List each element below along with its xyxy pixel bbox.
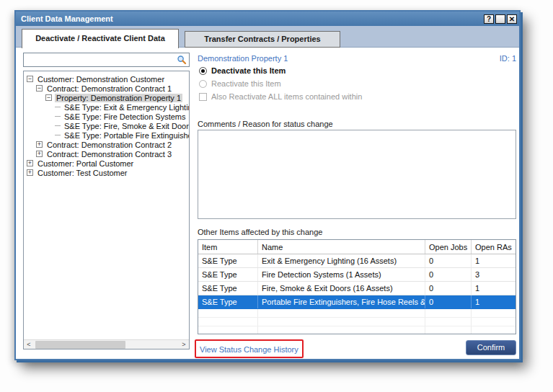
- expand-icon[interactable]: +: [36, 151, 43, 157]
- tree-item[interactable]: +Contract: Demonstration Contract 3: [24, 149, 189, 159]
- tree-item-label: Contract: Demonstration Contract 3: [45, 150, 173, 159]
- help-button[interactable]: ?: [484, 14, 494, 24]
- tree-item-label: Contract: Demonstration Contract 1: [45, 84, 173, 93]
- table-empty-cell: [425, 318, 471, 326]
- column-header[interactable]: Name: [257, 240, 425, 254]
- tree-search-box: [23, 53, 190, 67]
- table-header-row: ItemNameOpen JobsOpen RAs: [198, 240, 516, 254]
- tree-item-label: S&E Type: Fire Detection Systems: [63, 112, 187, 121]
- tree-item[interactable]: +Customer: Test Customer: [24, 168, 189, 177]
- client-data-management-dialog: Client Data Management ? ✕ Deactivate / …: [14, 10, 521, 360]
- table-empty-row: [198, 309, 516, 318]
- deactivate-radio[interactable]: [199, 67, 207, 75]
- collapse-icon[interactable]: −: [27, 76, 33, 82]
- tree-item[interactable]: −Customer: Demonstration Customer: [24, 74, 189, 84]
- tree-leaf-connector: [55, 125, 61, 126]
- scroll-thumb[interactable]: [35, 341, 125, 349]
- table-cell: 3: [471, 268, 516, 281]
- search-icon[interactable]: [177, 55, 187, 65]
- comments-textarea[interactable]: [198, 130, 516, 219]
- tree-item-label: Contract: Demonstration Contract 2: [45, 141, 173, 149]
- dialog-content: −Customer: Demonstration Customer−Contra…: [16, 48, 519, 359]
- table-empty-row: [198, 318, 516, 326]
- table-empty-row: [198, 326, 516, 334]
- table-empty-cell: [471, 318, 516, 326]
- reactivate-all-checkbox[interactable]: [199, 93, 207, 101]
- other-items-label: Other Items affected by this change: [198, 228, 322, 236]
- column-header[interactable]: Open RAs: [471, 240, 516, 254]
- tree-item-label: S&E Type: Fire, Smoke & Exit Doors: [63, 122, 189, 130]
- table-cell: Portable Fire Extinguishers, Fire Hose R…: [257, 295, 425, 308]
- reactivate-all-checkbox-label: Also Reactivate ALL items contained with…: [211, 92, 362, 101]
- expand-icon[interactable]: +: [27, 169, 33, 176]
- table-row[interactable]: S&E TypePortable Fire Extinguishers, Fir…: [198, 295, 516, 309]
- tree-item[interactable]: −Contract: Demonstration Contract 1: [24, 84, 189, 93]
- table-cell: S&E Type: [198, 295, 257, 308]
- scroll-track[interactable]: [34, 340, 179, 349]
- collapse-icon[interactable]: −: [36, 85, 43, 92]
- tree-item[interactable]: S&E Type: Fire Detection Systems: [24, 112, 189, 121]
- table-cell: Fire, Smoke & Exit Doors (16 Assets): [257, 282, 425, 295]
- table-empty-cell: [425, 326, 471, 334]
- tree-item-label: S&E Type: Portable Fire Extinguishers: [63, 131, 189, 140]
- tree-item[interactable]: −Property: Demonstration Property 1: [24, 93, 189, 102]
- deactivate-radio-label: Deactivate this Item: [211, 66, 286, 75]
- view-status-change-history-link[interactable]: View Status Change History: [200, 345, 298, 354]
- table-empty-cell: [471, 326, 516, 334]
- table-empty-cell: [471, 309, 516, 317]
- tree-item-label: Customer: Test Customer: [36, 169, 129, 177]
- reactivate-radio-row[interactable]: Reactivate this Item: [199, 79, 281, 89]
- expand-icon[interactable]: +: [36, 141, 43, 148]
- tree-item-label: Property: Demonstration Property 1: [55, 94, 182, 102]
- tree-horizontal-scrollbar[interactable]: < >: [24, 339, 189, 349]
- title-bar: Client Data Management ? ✕: [16, 12, 519, 26]
- confirm-button[interactable]: Confirm: [466, 340, 516, 355]
- reactivate-all-checkbox-row[interactable]: Also Reactivate ALL items contained with…: [199, 92, 362, 102]
- table-cell: S&E Type: [198, 268, 257, 281]
- maximize-button[interactable]: [495, 14, 505, 24]
- table-empty-cell: [425, 309, 471, 317]
- table-empty-cell: [198, 318, 257, 326]
- table-cell: 0: [425, 295, 471, 308]
- tree-item[interactable]: +Contract: Demonstration Contract 2: [24, 140, 189, 149]
- scroll-right-arrow-icon[interactable]: >: [179, 340, 189, 349]
- tree-item[interactable]: S&E Type: Exit & Emergency Lighting: [24, 102, 189, 112]
- table-cell: Exit & Emergency Lighting (16 Assets): [257, 254, 425, 267]
- table-row[interactable]: S&E TypeFire Detection Systems (1 Assets…: [198, 268, 516, 282]
- tree-leaf-connector: [55, 107, 61, 107]
- table-empty-cell: [257, 318, 425, 326]
- column-header[interactable]: Open Jobs: [425, 240, 471, 254]
- affected-items-table: ItemNameOpen JobsOpen RAsS&E TypeExit & …: [198, 239, 516, 334]
- table-empty-cell: [198, 309, 257, 317]
- tree-item-label: Customer: Demonstration Customer: [36, 75, 166, 84]
- tree-item[interactable]: +Customer: Portal Customer: [24, 159, 189, 168]
- collapse-icon[interactable]: −: [45, 94, 52, 101]
- client-data-tree: −Customer: Demonstration Customer−Contra…: [23, 71, 190, 349]
- tab-transfer-contracts[interactable]: Transfer Contracts / Properties: [185, 31, 340, 48]
- table-empty-cell: [257, 309, 425, 317]
- detail-header: Demonstration Property 1 ID: 1: [198, 54, 516, 63]
- reactivate-radio[interactable]: [199, 80, 207, 88]
- table-empty-cell: [257, 326, 425, 334]
- search-input[interactable]: [24, 54, 177, 66]
- table-cell: 0: [425, 268, 471, 281]
- table-cell: 0: [425, 254, 471, 267]
- reactivate-radio-label: Reactivate this Item: [211, 79, 281, 88]
- window-title: Client Data Management: [21, 14, 113, 23]
- tree-item[interactable]: S&E Type: Portable Fire Extinguishers: [24, 130, 189, 140]
- table-row[interactable]: S&E TypeExit & Emergency Lighting (16 As…: [198, 254, 516, 268]
- table-cell: S&E Type: [198, 282, 257, 295]
- comments-label: Comments / Reason for status change: [198, 120, 333, 128]
- close-button[interactable]: ✕: [507, 14, 517, 24]
- tab-strip: Deactivate / Reactivate Client Data Tran…: [16, 26, 519, 48]
- expand-icon[interactable]: +: [27, 160, 33, 166]
- column-header[interactable]: Item: [198, 240, 257, 254]
- table-row[interactable]: S&E TypeFire, Smoke & Exit Doors (16 Ass…: [198, 282, 516, 295]
- tree-item[interactable]: S&E Type: Fire, Smoke & Exit Doors: [24, 121, 189, 130]
- tab-deactivate-reactivate[interactable]: Deactivate / Reactivate Client Data: [22, 29, 179, 48]
- table-cell: 1: [471, 254, 516, 267]
- scroll-left-arrow-icon[interactable]: <: [24, 340, 34, 349]
- deactivate-radio-row[interactable]: Deactivate this Item: [199, 66, 286, 76]
- tree-leaf-connector: [55, 116, 61, 117]
- table-cell: Fire Detection Systems (1 Assets): [257, 268, 425, 281]
